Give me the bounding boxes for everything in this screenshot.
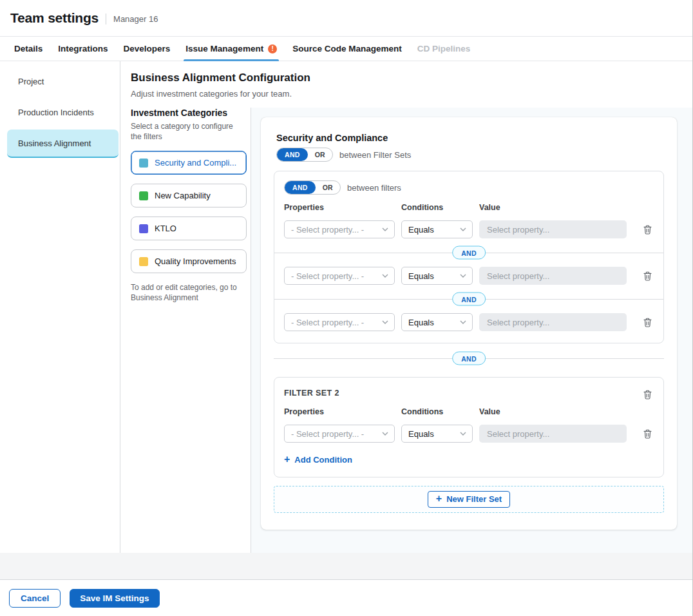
category-button-quality-improvements[interactable]: Quality Improvements	[131, 249, 247, 273]
settings-tabbar: Details Integrations Developers Issue Ma…	[0, 37, 692, 61]
plus-icon: +	[284, 454, 290, 465]
column-header-conditions: Conditions	[401, 407, 473, 416]
column-header-value: Value	[479, 407, 627, 416]
delete-filter-button[interactable]	[641, 224, 654, 236]
categories-help-text: To add or edit categories, go to Busines…	[131, 282, 245, 303]
and-connector-pill: AND	[452, 246, 486, 260]
filter-connector: AND	[274, 292, 663, 306]
chevron-down-icon	[382, 432, 388, 436]
trash-icon	[643, 429, 652, 439]
page-title: Team settings	[10, 10, 99, 26]
filter-configuration-card: Security and Compliance AND OR between F…	[261, 117, 677, 530]
new-filter-set-button[interactable]: + New Filter Set	[428, 491, 510, 508]
add-condition-button[interactable]: + Add Condition	[284, 455, 352, 465]
toggle-or-option[interactable]: OR	[308, 148, 332, 161]
filter-sets-toggle-label: between Filter Sets	[339, 150, 411, 160]
toggle-and-option[interactable]: AND	[277, 148, 308, 161]
settings-body: Project Production Incidents Business Al…	[0, 61, 692, 553]
section-header: Business Alignment Configuration Adjust …	[120, 61, 692, 99]
and-connector-pill: AND	[452, 352, 486, 365]
filter-row: - Select property... - Equals	[284, 313, 654, 331]
trash-icon	[643, 225, 652, 235]
condition-select[interactable]: Equals	[401, 425, 473, 443]
column-header-conditions: Conditions	[401, 203, 473, 212]
sidenav-item-production-incidents[interactable]: Production Incidents	[0, 97, 120, 128]
column-header-value: Value	[479, 203, 627, 212]
value-input[interactable]	[479, 425, 627, 443]
investment-categories-subtitle: Select a category to configure the filte…	[131, 121, 245, 142]
title-divider	[106, 14, 106, 24]
filter-set-1: AND OR between filters Properties Condit…	[274, 171, 664, 343]
save-im-settings-button[interactable]: Save IM Settings	[70, 589, 159, 608]
action-footer: Cancel Save IM Settings	[0, 579, 692, 616]
tab-integrations[interactable]: Integrations	[50, 37, 115, 61]
sidenav-item-business-alignment[interactable]: Business Alignment	[7, 130, 119, 158]
value-input[interactable]	[479, 267, 627, 285]
column-header-properties: Properties	[284, 407, 395, 416]
issue-management-sidenav: Project Production Incidents Business Al…	[0, 61, 120, 553]
manager-context-label: Manager 16	[113, 14, 158, 24]
tab-source-code-management[interactable]: Source Code Management	[285, 37, 410, 61]
filters-and-or-toggle[interactable]: AND OR	[284, 180, 341, 195]
filter-set-connector: AND	[274, 351, 664, 365]
category-button-security-and-compliance[interactable]: Security and Compli...	[131, 151, 247, 175]
category-color-swatch	[139, 224, 148, 233]
cancel-button[interactable]: Cancel	[9, 589, 61, 608]
property-select[interactable]: - Select property... -	[284, 220, 395, 238]
property-select[interactable]: - Select property... -	[284, 313, 395, 331]
filter-sets-and-or-toggle[interactable]: AND OR	[276, 148, 333, 162]
trash-icon	[643, 318, 652, 327]
filters-toggle-label: between filters	[347, 183, 401, 193]
chevron-down-icon	[460, 227, 466, 231]
tab-developers[interactable]: Developers	[116, 37, 178, 61]
filter-configuration-area: Security and Compliance AND OR between F…	[251, 108, 692, 553]
and-connector-pill: AND	[452, 293, 486, 306]
investment-categories-panel: Investment Categories Select a category …	[120, 108, 251, 553]
filter-set-2-title: FILTER SET 2	[284, 389, 339, 398]
delete-filter-button[interactable]	[641, 428, 654, 440]
condition-select[interactable]: Equals	[401, 313, 473, 331]
category-button-ktlo[interactable]: KTLO	[131, 217, 247, 240]
trash-icon	[643, 390, 652, 399]
delete-filter-button[interactable]	[641, 270, 654, 282]
filter-row: - Select property... - Equals	[284, 267, 654, 285]
investment-categories-title: Investment Categories	[131, 108, 245, 118]
chevron-down-icon	[382, 274, 388, 278]
alert-icon: !	[268, 44, 277, 53]
filter-row: - Select property... - Equals	[284, 425, 654, 443]
property-select[interactable]: - Select property... -	[284, 425, 395, 443]
footer-spacer	[0, 553, 692, 579]
chevron-down-icon	[382, 227, 388, 231]
delete-filter-button[interactable]	[641, 316, 654, 329]
toggle-and-option[interactable]: AND	[285, 181, 316, 194]
tab-details[interactable]: Details	[6, 37, 50, 61]
team-settings-window: Team settings Manager 16 Details Integra…	[0, 0, 693, 616]
category-color-swatch	[139, 159, 148, 168]
sidenav-item-project[interactable]: Project	[0, 66, 120, 97]
condition-select[interactable]: Equals	[401, 220, 473, 238]
page-header: Team settings Manager 16	[0, 0, 692, 37]
property-select[interactable]: - Select property... -	[284, 267, 395, 285]
category-button-new-capability[interactable]: New Capability	[131, 184, 247, 207]
column-header-properties: Properties	[284, 203, 395, 212]
toggle-or-option[interactable]: OR	[316, 181, 340, 194]
section-title: Business Alignment Configuration	[131, 72, 682, 84]
filter-row: - Select property... - Equals	[284, 220, 654, 238]
tab-cd-pipelines: CD Pipelines	[410, 37, 479, 61]
condition-select[interactable]: Equals	[401, 267, 473, 285]
chevron-down-icon	[460, 274, 466, 278]
selected-category-title: Security and Compliance	[276, 133, 664, 143]
chevron-down-icon	[460, 320, 466, 324]
delete-filter-set-button[interactable]	[641, 389, 654, 401]
filter-connector: AND	[274, 245, 663, 260]
new-filter-set-dropzone: + New Filter Set	[274, 486, 664, 513]
value-input[interactable]	[479, 220, 627, 238]
value-input[interactable]	[479, 313, 627, 331]
category-color-swatch	[139, 191, 148, 200]
chevron-down-icon	[382, 320, 388, 324]
trash-icon	[643, 271, 652, 281]
tab-issue-management[interactable]: Issue Management !	[178, 37, 285, 61]
business-alignment-content: Business Alignment Configuration Adjust …	[120, 61, 692, 553]
section-subtitle: Adjust investment categories for your te…	[131, 89, 682, 99]
plus-icon: +	[436, 494, 442, 504]
